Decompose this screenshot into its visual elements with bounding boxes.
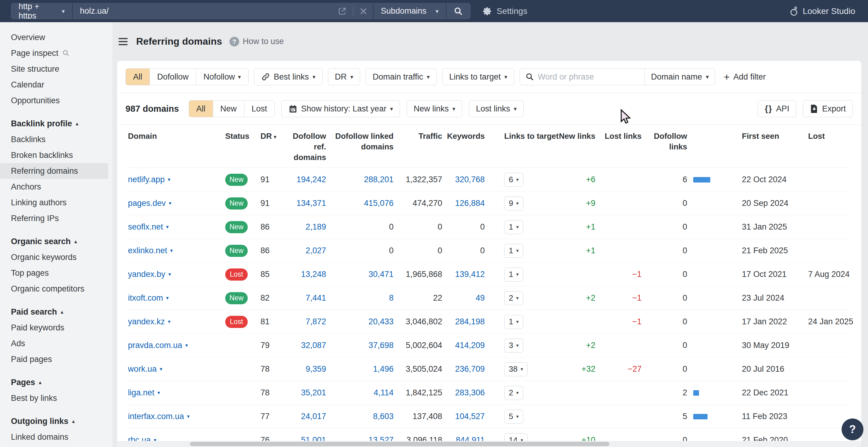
column-header-lost-links[interactable]: Lost links xyxy=(595,131,642,141)
links-to-target-dropdown[interactable]: 38▾ xyxy=(504,362,528,376)
sidebar-item-ads[interactable]: Ads xyxy=(0,336,108,351)
dofollow-linked-domains-link[interactable]: 4,114 xyxy=(374,388,394,397)
sidebar-item-anchors[interactable]: Anchors xyxy=(0,179,108,195)
keywords-link[interactable]: 49 xyxy=(476,294,485,303)
sidebar-item-site-structure[interactable]: Site structure xyxy=(0,61,108,77)
column-header-links-to-target[interactable]: Links to target xyxy=(485,131,552,141)
sidebar-item-calendar[interactable]: Calendar xyxy=(0,77,108,93)
sidebar-item-organic-competitors[interactable]: Organic competitors xyxy=(0,281,108,297)
dofollow-linked-domains-link[interactable]: 20,433 xyxy=(368,317,394,326)
menu-toggle-icon[interactable] xyxy=(119,38,128,45)
keywords-link[interactable]: 126,884 xyxy=(455,199,485,208)
search-submit-button[interactable] xyxy=(446,3,470,19)
sidebar-item-organic-keywords[interactable]: Organic keywords xyxy=(0,249,108,265)
sidebar-section-header[interactable]: Outgoing links▴ xyxy=(0,413,113,429)
sidebar-item-referring-domains[interactable]: Referring domains xyxy=(0,163,108,179)
scope-dropdown[interactable]: Subdomains ▾ xyxy=(373,3,446,19)
sidebar-item-top-pages[interactable]: Top pages xyxy=(0,265,108,281)
word-search-box[interactable] xyxy=(520,69,645,85)
links-to-target-dropdown[interactable]: 9▾ xyxy=(504,197,523,210)
dofollow-ref-domains-link[interactable]: 2,027 xyxy=(305,246,326,255)
links-to-target-dropdown[interactable]: 2▾ xyxy=(504,386,523,400)
domain-link[interactable]: netlify.app▾ xyxy=(128,175,170,184)
links-to-target-dropdown[interactable]: 2▾ xyxy=(504,291,523,305)
column-header-dofollow-ref-domains[interactable]: Dofollow ref. domains xyxy=(281,131,326,163)
column-header-domain[interactable]: Domain xyxy=(128,131,219,141)
sidebar-section-header[interactable]: Backlink profile▴ xyxy=(0,116,113,132)
domain-link[interactable]: seoflx.net▾ xyxy=(128,222,169,232)
domain-link[interactable]: yandex.kz▾ xyxy=(128,317,170,326)
clear-icon[interactable] xyxy=(360,7,367,15)
domain-link[interactable]: liga.net▾ xyxy=(128,388,160,398)
segment-all-status[interactable]: All xyxy=(189,101,213,117)
sidebar-item-linking-authors[interactable]: Linking authors xyxy=(0,195,108,210)
segment-dofollow[interactable]: Dofollow xyxy=(150,69,196,85)
show-history-dropdown[interactable]: Show history: Last year▾ xyxy=(281,100,400,117)
settings-button[interactable]: Settings xyxy=(483,6,527,16)
keywords-link[interactable]: 0 xyxy=(480,222,485,231)
dofollow-linked-domains-link[interactable]: 8,603 xyxy=(373,412,394,421)
dofollow-ref-domains-link[interactable]: 13,248 xyxy=(301,270,326,279)
links-to-target-dropdown[interactable]: 1▾ xyxy=(504,268,523,281)
dofollow-linked-domains-link[interactable]: 415,076 xyxy=(364,199,394,208)
sidebar-item-paid-pages[interactable]: Paid pages xyxy=(0,351,108,367)
sidebar-item-backlinks[interactable]: Backlinks xyxy=(0,132,108,147)
keywords-link[interactable]: 236,709 xyxy=(455,365,485,374)
column-header-keywords[interactable]: Keywords xyxy=(442,131,485,141)
keywords-link[interactable]: 284,198 xyxy=(455,317,485,326)
dofollow-linked-domains-link[interactable]: 8 xyxy=(389,294,394,303)
help-fab-button[interactable]: ? xyxy=(842,418,863,440)
export-button[interactable]: Export xyxy=(803,100,853,117)
dofollow-ref-domains-link[interactable]: 2,189 xyxy=(305,222,326,231)
column-header-dr[interactable]: DR▾ xyxy=(253,131,281,141)
domain-link[interactable]: pages.dev▾ xyxy=(128,199,172,208)
sidebar-item-opportunities[interactable]: Opportunities xyxy=(0,93,108,108)
domain-link[interactable]: yandex.by▾ xyxy=(128,270,171,279)
dofollow-ref-domains-link[interactable]: 32,087 xyxy=(301,341,326,350)
sidebar-item-paid-keywords[interactable]: Paid keywords xyxy=(0,320,108,336)
protocol-dropdown[interactable]: http + https ▾ xyxy=(11,3,72,19)
links-to-target-dropdown[interactable]: 3▾ xyxy=(504,339,523,352)
segment-new[interactable]: New xyxy=(213,101,244,117)
horizontal-scrollbar-track[interactable] xyxy=(117,441,861,447)
keywords-link[interactable]: 320,768 xyxy=(455,175,485,184)
api-button[interactable]: {}API xyxy=(758,100,796,117)
column-header-first-seen[interactable]: First seen xyxy=(715,131,796,141)
segment-all[interactable]: All xyxy=(126,69,150,85)
links-to-target-dropdown[interactable]: 1▾ xyxy=(504,244,523,258)
sidebar-section-header[interactable]: Paid search▴ xyxy=(0,304,113,320)
dofollow-ref-domains-link[interactable]: 7,872 xyxy=(305,317,326,326)
keywords-link[interactable]: 283,306 xyxy=(455,388,485,397)
dofollow-linked-domains-link[interactable]: 0 xyxy=(389,222,394,231)
column-header-new-links[interactable]: New links xyxy=(552,131,595,141)
sidebar-section-header[interactable]: Pages▴ xyxy=(0,374,113,390)
sidebar-item-broken-backlinks[interactable]: Broken backlinks xyxy=(0,147,108,163)
sidebar-item-overview[interactable]: Overview xyxy=(0,30,108,45)
how-to-use-link[interactable]: How to use xyxy=(243,37,284,46)
links-to-target-dropdown[interactable]: 1▾ xyxy=(504,315,523,329)
horizontal-scrollbar-thumb[interactable] xyxy=(190,442,609,446)
segment-lost[interactable]: Lost xyxy=(244,101,274,117)
url-input[interactable]: holz.ua/ xyxy=(72,3,373,19)
search-mode-dropdown[interactable]: Domain name▾ xyxy=(645,69,715,85)
domain-link[interactable]: pravda.com.ua▾ xyxy=(128,341,188,350)
word-search-input[interactable] xyxy=(538,72,639,82)
dofollow-ref-domains-link[interactable]: 194,242 xyxy=(296,175,326,184)
domain-link[interactable]: itxoft.com▾ xyxy=(128,294,169,303)
dofollow-ref-domains-link[interactable]: 9,359 xyxy=(305,365,326,374)
column-header-dofollow-links[interactable]: Dofollow links xyxy=(642,131,715,152)
keywords-link[interactable]: 139,412 xyxy=(455,270,485,279)
sidebar-item-referring-ips[interactable]: Referring IPs xyxy=(0,210,108,226)
sidebar-item-linked-domains[interactable]: Linked domains xyxy=(0,429,108,445)
sidebar-item-page-inspect[interactable]: Page inspect xyxy=(0,45,108,61)
dr-filter-dropdown[interactable]: DR▾ xyxy=(328,68,361,85)
links-to-target-dropdown[interactable]: 5▾ xyxy=(504,410,523,424)
help-circle-icon[interactable]: ? xyxy=(229,37,239,46)
dofollow-linked-domains-link[interactable]: 0 xyxy=(389,246,394,255)
dofollow-linked-domains-link[interactable]: 288,201 xyxy=(364,175,394,184)
column-header-dofollow-linked-domains[interactable]: Dofollow linked domains xyxy=(326,131,394,152)
column-header-traffic[interactable]: Traffic xyxy=(394,131,442,141)
links-to-target-filter-dropdown[interactable]: Links to target▾ xyxy=(442,68,514,85)
add-filter-button[interactable]: +Add filter xyxy=(724,72,766,82)
lost-links-dropdown[interactable]: Lost links▾ xyxy=(469,100,524,117)
